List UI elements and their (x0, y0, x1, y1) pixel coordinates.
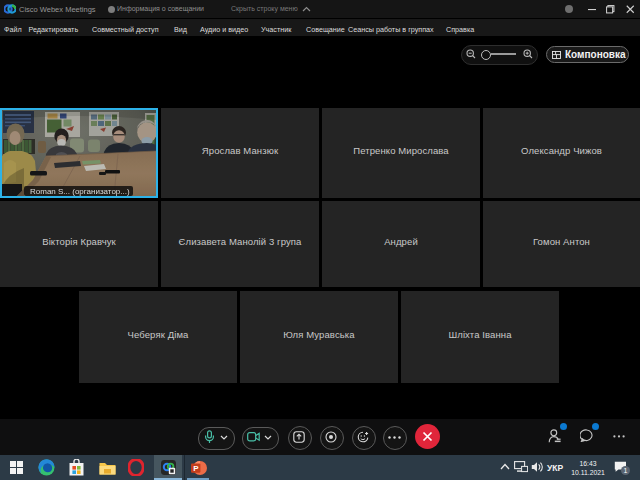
svg-text:Roman S... (организатор...): Roman S... (организатор...) (30, 186, 130, 195)
svg-text:P: P (193, 464, 199, 473)
